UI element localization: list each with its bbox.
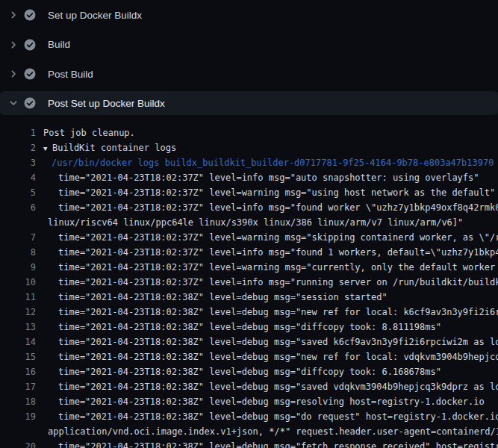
log-text: time="2021-04-23T18:02:37Z" level=info m… bbox=[58, 170, 479, 185]
log-line: application/vnd.oci.image.index.v1+json,… bbox=[0, 424, 498, 439]
log-line: 15 time="2021-04-23T18:02:38Z" level=deb… bbox=[0, 349, 498, 364]
log-line: 13 time="2021-04-23T18:02:38Z" level=deb… bbox=[0, 320, 498, 335]
log-text: time="2021-04-23T18:02:38Z" level=debug … bbox=[58, 349, 498, 364]
line-number[interactable]: 10 bbox=[0, 275, 36, 290]
log-line: 9 time="2021-04-23T18:02:37Z" level=warn… bbox=[0, 260, 498, 275]
line-number[interactable]: 16 bbox=[0, 364, 36, 379]
line-number[interactable]: 2 bbox=[0, 140, 36, 155]
line-number[interactable]: 18 bbox=[0, 394, 36, 409]
line-number[interactable]: 17 bbox=[0, 379, 36, 394]
check-circle-icon bbox=[24, 97, 36, 109]
chevron-down-icon[interactable] bbox=[7, 97, 19, 109]
check-circle-icon bbox=[24, 9, 36, 21]
step-header-1[interactable]: Build bbox=[0, 30, 498, 59]
line-number[interactable]: 1 bbox=[0, 125, 36, 140]
log-text: time="2021-04-23T18:02:38Z" level=debug … bbox=[58, 379, 498, 394]
line-number[interactable]: 4 bbox=[0, 170, 36, 185]
log-text: time="2021-04-23T18:02:37Z" level=info m… bbox=[58, 200, 498, 215]
line-number[interactable]: 20 bbox=[0, 439, 36, 448]
log-panel[interactable]: 1 Post job cleanup. 2 ▼BuildKit containe… bbox=[0, 117, 498, 448]
log-text: time="2021-04-23T18:02:37Z" level=warnin… bbox=[58, 230, 498, 245]
step-header-2[interactable]: Post Build bbox=[0, 59, 498, 89]
chevron-right-icon[interactable] bbox=[7, 68, 19, 80]
step-title: Post Build bbox=[48, 69, 93, 80]
log-line: 5 time="2021-04-23T18:02:37Z" level=warn… bbox=[0, 185, 498, 200]
log-text: time="2021-04-23T18:02:37Z" level=warnin… bbox=[58, 260, 498, 275]
line-number[interactable]: 9 bbox=[0, 260, 36, 275]
log-line: 11 time="2021-04-23T18:02:38Z" level=deb… bbox=[0, 290, 498, 305]
actions-log-viewer: Set up Docker Buildx Build P bbox=[0, 0, 498, 448]
log-line: 18 time="2021-04-23T18:02:38Z" level=deb… bbox=[0, 394, 498, 409]
line-number[interactable]: 15 bbox=[0, 349, 36, 364]
log-line: 6 time="2021-04-23T18:02:37Z" level=info… bbox=[0, 200, 498, 215]
log-line: 7 time="2021-04-23T18:02:37Z" level=warn… bbox=[0, 230, 498, 245]
chevron-right-icon[interactable] bbox=[7, 39, 19, 51]
log-line: 16 time="2021-04-23T18:02:38Z" level=deb… bbox=[0, 364, 498, 379]
log-text: time="2021-04-23T18:02:38Z" level=debug … bbox=[58, 439, 498, 448]
line-number[interactable]: 6 bbox=[0, 200, 36, 215]
log-text: time="2021-04-23T18:02:38Z" level=debug … bbox=[58, 364, 441, 379]
line-number[interactable]: 11 bbox=[0, 290, 36, 305]
step-title: Set up Docker Buildx bbox=[48, 10, 142, 21]
line-number[interactable]: 8 bbox=[0, 245, 36, 260]
line-number[interactable]: 3 bbox=[0, 155, 36, 170]
log-line: 17 time="2021-04-23T18:02:38Z" level=deb… bbox=[0, 379, 498, 394]
collapse-toggle-icon[interactable]: ▼ bbox=[43, 141, 52, 156]
line-number[interactable]: 7 bbox=[0, 230, 36, 245]
command-text: /usr/bin/docker logs buildx_buildkit_bui… bbox=[52, 155, 494, 170]
log-text: application/vnd.oci.image.index.v1+json,… bbox=[48, 424, 498, 439]
log-text: time="2021-04-23T18:02:37Z" level=info m… bbox=[58, 245, 498, 260]
log-text: linux/riscv64 linux/ppc64le linux/s390x … bbox=[48, 215, 463, 230]
log-line: linux/riscv64 linux/ppc64le linux/s390x … bbox=[0, 215, 498, 230]
log-line: 8 time="2021-04-23T18:02:37Z" level=info… bbox=[0, 245, 498, 260]
check-circle-icon bbox=[24, 39, 36, 51]
log-line: 20 time="2021-04-23T18:02:38Z" level=deb… bbox=[0, 439, 498, 448]
log-line: 1 Post job cleanup. bbox=[0, 125, 498, 140]
log-line: 4 time="2021-04-23T18:02:37Z" level=info… bbox=[0, 170, 498, 185]
log-text: time="2021-04-23T18:02:38Z" level=debug … bbox=[58, 335, 498, 349]
step-title: Post Set up Docker Buildx bbox=[48, 98, 165, 109]
log-line: 10 time="2021-04-23T18:02:37Z" level=inf… bbox=[0, 275, 498, 290]
log-text: time="2021-04-23T18:02:38Z" level=debug … bbox=[58, 305, 498, 320]
steps-list: Set up Docker Buildx Build P bbox=[0, 0, 498, 117]
line-number[interactable]: 14 bbox=[0, 335, 36, 349]
step-title: Build bbox=[48, 39, 70, 50]
log-text: time="2021-04-23T18:02:38Z" level=debug … bbox=[58, 409, 498, 424]
line-number[interactable]: 12 bbox=[0, 305, 36, 320]
log-text: time="2021-04-23T18:02:37Z" level=warnin… bbox=[58, 185, 495, 200]
step-header-3[interactable]: Post Set up Docker Buildx bbox=[0, 89, 498, 117]
line-number[interactable]: 13 bbox=[0, 320, 36, 335]
log-line: 3 /usr/bin/docker logs buildx_buildkit_b… bbox=[0, 155, 498, 170]
log-text: time="2021-04-23T18:02:38Z" level=debug … bbox=[58, 394, 485, 409]
log-text: Post job cleanup. bbox=[43, 125, 135, 140]
log-line: 14 time="2021-04-23T18:02:38Z" level=deb… bbox=[0, 335, 498, 349]
line-number[interactable]: 19 bbox=[0, 409, 36, 424]
log-line: 19 time="2021-04-23T18:02:38Z" level=deb… bbox=[0, 409, 498, 424]
line-number[interactable]: 5 bbox=[0, 185, 36, 200]
group-title: BuildKit container logs bbox=[52, 143, 176, 153]
log-text: ▼BuildKit container logs bbox=[43, 140, 176, 156]
chevron-right-icon[interactable] bbox=[7, 9, 19, 21]
log-text: time="2021-04-23T18:02:38Z" level=debug … bbox=[58, 320, 441, 335]
log-text: time="2021-04-23T18:02:38Z" level=debug … bbox=[58, 290, 387, 305]
log-line: 2 ▼BuildKit container logs bbox=[0, 140, 498, 155]
check-circle-icon bbox=[24, 68, 36, 80]
log-text: time="2021-04-23T18:02:37Z" level=info m… bbox=[58, 275, 498, 290]
log-line: 12 time="2021-04-23T18:02:38Z" level=deb… bbox=[0, 305, 498, 320]
step-header-0[interactable]: Set up Docker Buildx bbox=[0, 0, 498, 30]
